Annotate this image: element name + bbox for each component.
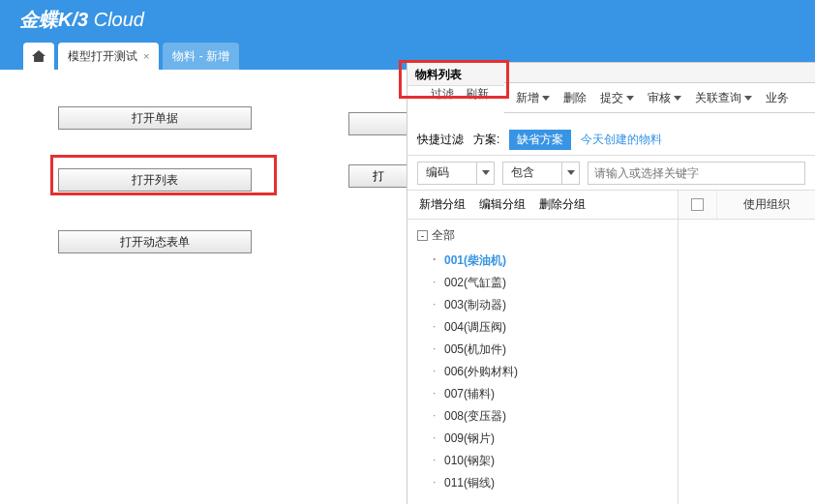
tab-material-new[interactable]: 物料 - 新增 — [163, 43, 239, 70]
app-logo: 金蝶K/3 Cloud — [19, 7, 144, 33]
toolbar-delete[interactable]: 删除 — [559, 90, 590, 106]
tree-item[interactable]: 010(钢架) — [417, 450, 668, 472]
col-use-org[interactable]: 使用组织 — [717, 196, 815, 213]
field-combo[interactable]: 编码 — [417, 162, 495, 185]
open-list-button[interactable]: 打开列表 — [58, 168, 252, 192]
toolbar-label: 删除 — [563, 90, 587, 106]
chevron-down-icon[interactable] — [476, 163, 494, 184]
logo-brand: 金蝶K/3 — [19, 9, 88, 30]
add-group[interactable]: 新增分组 — [419, 196, 466, 213]
scheme-default-tag[interactable]: 缺省方案 — [509, 130, 571, 150]
group-tree: - 全部 001(柴油机)002(气缸盖)003(制动器)004(调压阀)005… — [408, 220, 678, 502]
delete-group[interactable]: 删除分组 — [539, 196, 586, 213]
left-button-pane: 打开单据 打开列表 打开动态表单 — [58, 106, 252, 292]
filter-link[interactable]: 过滤 — [431, 86, 454, 105]
quick-filter-label: 快捷过滤 — [417, 132, 464, 148]
chevron-down-icon[interactable] — [561, 163, 579, 184]
operator-combo[interactable]: 包含 — [502, 162, 580, 185]
collapse-icon[interactable]: - — [417, 230, 428, 241]
tree-item[interactable]: 011(铜线) — [417, 472, 668, 494]
material-list-popup: 物料列表 过滤 刷新 新增 删除 提交 审核 关联查询 业务 快捷过滤 方案: … — [407, 62, 815, 504]
tree-item[interactable]: 008(变压器) — [417, 405, 668, 428]
tree-root[interactable]: - 全部 — [417, 227, 668, 244]
home-tab[interactable] — [23, 43, 54, 70]
logo-suffix: Cloud — [94, 9, 144, 30]
toolbar-business[interactable]: 业务 — [762, 90, 793, 106]
tree-pane: 新增分组 编辑分组 删除分组 - 全部 001(柴油机)002(气缸盖)003(… — [408, 191, 679, 504]
toolbar-label: 提交 — [600, 90, 623, 106]
tree-item[interactable]: 005(机加件) — [417, 339, 668, 361]
partial-button-2[interactable]: 打 — [348, 164, 407, 188]
close-icon[interactable]: × — [143, 50, 149, 62]
tree-item[interactable]: 001(柴油机) — [417, 250, 668, 272]
tab-label: 模型打开测试 — [68, 48, 137, 65]
chevron-down-icon — [674, 96, 681, 101]
tree-item[interactable]: 004(调压阀) — [417, 316, 668, 339]
combo-value: 编码 — [418, 164, 476, 181]
tree-item[interactable]: 006(外购材料) — [417, 361, 668, 383]
refresh-link[interactable]: 刷新 — [466, 86, 489, 105]
toolbar-audit[interactable]: 审核 — [644, 90, 685, 106]
tree-item[interactable]: 002(气缸盖) — [417, 272, 668, 294]
edit-group[interactable]: 编辑分组 — [479, 196, 526, 213]
grid-pane: 使用组织 — [679, 191, 815, 504]
checkbox-icon — [691, 198, 704, 211]
search-input[interactable] — [588, 162, 805, 185]
toolbar-label: 审核 — [648, 90, 671, 106]
toolbar-submit[interactable]: 提交 — [596, 90, 638, 106]
home-icon — [32, 50, 45, 62]
tree-header: 新增分组 编辑分组 删除分组 — [408, 191, 678, 220]
chevron-down-icon — [626, 96, 634, 101]
tab-model-open-test[interactable]: 模型打开测试 × — [58, 43, 159, 70]
open-bill-button[interactable]: 打开单据 — [58, 106, 252, 130]
scheme-today-link[interactable]: 今天创建的物料 — [581, 132, 662, 148]
tree-item[interactable]: 009(钢片) — [417, 428, 668, 450]
scheme-label: 方案: — [473, 132, 499, 148]
tree-item[interactable]: 003(制动器) — [417, 294, 668, 316]
grid-header: 使用组织 — [679, 191, 815, 220]
toolbar-related-query[interactable]: 关联查询 — [691, 90, 756, 106]
open-dynamic-form-button[interactable]: 打开动态表单 — [58, 230, 252, 253]
app-header: 金蝶K/3 Cloud — [0, 0, 815, 39]
filter-bar: 快捷过滤 方案: 缺省方案 今天创建的物料 — [408, 125, 815, 156]
popup-toolbar: 新增 删除 提交 审核 关联查询 业务 — [504, 82, 815, 113]
toolbar-new[interactable]: 新增 — [512, 90, 554, 106]
search-bar: 编码 包含 — [408, 156, 815, 191]
chevron-down-icon — [744, 96, 752, 101]
toolbar-label: 业务 — [766, 90, 789, 106]
popup-body: 新增分组 编辑分组 删除分组 - 全部 001(柴油机)002(气缸盖)003(… — [408, 191, 815, 504]
tab-label: 物料 - 新增 — [172, 48, 229, 65]
combo-value: 包含 — [503, 164, 561, 181]
tree-item[interactable]: 007(辅料) — [417, 383, 668, 405]
toolbar-label: 关联查询 — [695, 90, 741, 106]
chevron-down-icon — [542, 96, 550, 101]
toolbar-label: 新增 — [516, 90, 539, 106]
select-all-cell[interactable] — [679, 191, 717, 219]
tree-root-label: 全部 — [432, 227, 455, 244]
partial-button-1[interactable] — [348, 112, 407, 135]
